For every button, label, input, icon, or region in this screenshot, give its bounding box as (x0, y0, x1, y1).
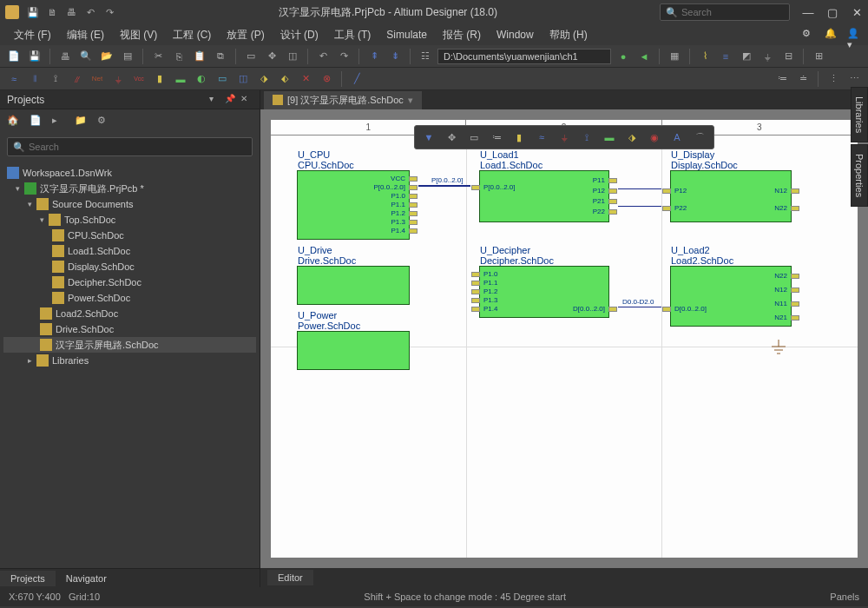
schematic-canvas[interactable]: 1 2 3 U_CPUCPU.SchDoc VCC P[0.0..2.0] P1… (271, 120, 858, 558)
save-all-icon[interactable]: 🗎 (45, 5, 59, 19)
select-rect-icon[interactable]: ▭ (242, 48, 260, 65)
panel-close-icon[interactable]: ✕ (240, 94, 253, 106)
deselect-icon[interactable]: ◫ (284, 48, 301, 65)
block-drive[interactable]: U_DriveDrive.SchDoc (297, 266, 410, 305)
go-icon[interactable]: ● (615, 48, 632, 65)
vcc-power-icon[interactable]: Vcc (130, 70, 148, 88)
text-icon[interactable]: A (668, 129, 686, 146)
compile-icon[interactable]: ▸ (52, 115, 66, 129)
tab-projects[interactable]: Projects (0, 571, 56, 586)
tree-doc[interactable]: Drive.SchDoc (3, 321, 256, 337)
panel-dropdown-icon[interactable]: ▾ (209, 94, 221, 106)
undo-icon[interactable]: ↶ (314, 48, 332, 65)
close-button[interactable]: ✕ (851, 6, 863, 18)
menu-window[interactable]: Window (490, 26, 541, 43)
distribute-h-icon[interactable]: ⋯ (845, 70, 863, 88)
line-tool-icon[interactable]: ╱ (348, 70, 365, 88)
sheet-entry-icon[interactable]: ◐ (193, 70, 210, 88)
block-cpu[interactable]: U_CPUCPU.SchDoc VCC P[0.0..2.0] P1.0 P1.… (297, 170, 410, 240)
browse-icon[interactable]: ☷ (417, 48, 434, 65)
save-icon[interactable]: 💾 (26, 5, 40, 19)
part-icon[interactable]: ▮ (151, 70, 168, 88)
projects-search-input[interactable] (29, 142, 247, 152)
block-display[interactable]: U_DisplayDisplay.SchDoc P12 P22 N12 N22 (670, 170, 792, 222)
tree-libraries[interactable]: ▸Libraries (3, 353, 256, 368)
minimize-button[interactable]: — (802, 6, 814, 18)
menu-help[interactable]: 帮助 (H) (542, 25, 595, 45)
global-search[interactable]: 🔍 (660, 3, 790, 21)
tree-source-folder[interactable]: ▾Source Documents (3, 196, 256, 212)
align-tool-icon[interactable]: ≔ (488, 129, 505, 146)
netlabel-icon[interactable]: ⊟ (779, 48, 797, 65)
selection-icon[interactable]: ▭ (465, 129, 483, 146)
align-center-icon[interactable]: ≐ (794, 70, 812, 88)
off-sheet-icon[interactable]: ⬖ (276, 70, 293, 88)
path-box[interactable]: D:\Documents\yuanwenjian\ch1 (437, 49, 611, 64)
wire-tool-icon[interactable]: ≈ (5, 70, 23, 88)
menu-view[interactable]: 视图 (V) (113, 25, 164, 45)
gnd-tool-icon[interactable]: ⏚ (556, 129, 573, 146)
port-tool-icon[interactable]: ⟟ (578, 129, 595, 146)
block-load2[interactable]: U_Load2Load2.SchDoc D[0.0..2.0] N22 N12 … (670, 266, 792, 327)
print-icon[interactable]: 🖶 (64, 5, 78, 19)
doc-icon[interactable]: 📄 (30, 115, 43, 129)
folder-icon[interactable]: 📁 (75, 115, 89, 129)
harness-icon[interactable]: ◫ (234, 70, 252, 88)
device-sheet-icon[interactable]: ▭ (214, 70, 231, 88)
menu-edit[interactable]: 编辑 (E) (60, 25, 111, 45)
tree-doc[interactable]: Display.SchDoc (3, 259, 256, 274)
redo-icon[interactable]: ↷ (102, 5, 116, 19)
tree-doc[interactable]: Power.SchDoc (3, 290, 256, 306)
net-label-icon[interactable]: Net (89, 70, 106, 88)
rubber-stamp-icon[interactable]: ⧉ (212, 48, 229, 65)
menu-file[interactable]: 文件 (F) (7, 25, 58, 45)
copy-icon[interactable]: ⎘ (170, 48, 187, 65)
align-left-icon[interactable]: ≔ (773, 70, 791, 88)
notification-icon[interactable]: 🔔 (825, 28, 838, 42)
save-icon[interactable]: 💾 (26, 48, 43, 65)
arc-icon[interactable]: ⌒ (691, 129, 708, 146)
wire-tool-icon[interactable]: ≈ (533, 129, 550, 146)
part-tool-icon[interactable]: ▮ (510, 129, 528, 146)
home-icon[interactable]: 🏠 (7, 115, 21, 129)
side-tab-libraries[interactable]: Libraries (851, 87, 868, 142)
distribute-icon[interactable]: ⋮ (825, 70, 842, 88)
redo-icon[interactable]: ↷ (335, 48, 352, 65)
tree-doc[interactable]: Load1.SchDoc (3, 243, 256, 259)
new-icon[interactable]: 📄 (5, 48, 23, 65)
side-tab-properties[interactable]: Properties (851, 144, 868, 207)
hierarchy-down-icon[interactable]: ⇟ (386, 48, 404, 65)
filter-icon[interactable]: ▼ (420, 129, 437, 146)
tree-project[interactable]: ▾汉字显示屏电路.PrjPcb * (3, 181, 256, 196)
projects-search[interactable]: 🔍 (7, 137, 253, 156)
tree-workspace[interactable]: Workspace1.DsnWrk (3, 165, 256, 181)
bus-icon[interactable]: ≡ (717, 48, 734, 65)
grid-icon[interactable]: ⊞ (810, 48, 827, 65)
open-icon[interactable]: 📂 (98, 48, 115, 65)
maximize-button[interactable]: ▢ (826, 6, 838, 18)
bus-tool-icon[interactable]: ⫴ (26, 70, 43, 88)
probe-icon[interactable]: ◉ (646, 129, 663, 146)
move-icon[interactable]: ✥ (263, 48, 280, 65)
settings-icon[interactable]: ⚙ (802, 28, 816, 42)
doc-tab-dropdown-icon[interactable]: ▾ (408, 95, 413, 106)
bus-entry-icon[interactable]: ⫽ (68, 70, 85, 88)
component-icon[interactable]: ◩ (738, 48, 755, 65)
panel-pin-icon[interactable]: 📌 (225, 94, 237, 106)
gnd-power-icon[interactable]: ⏚ (109, 70, 127, 88)
block-load1[interactable]: U_Load1Load1.SchDoc P[0.0..2.0] P11 P12 … (479, 170, 609, 222)
tree-top-doc[interactable]: ▾Top.SchDoc (3, 212, 256, 228)
panels-button[interactable]: Panels (830, 591, 859, 602)
menu-design[interactable]: 设计 (D) (273, 25, 326, 45)
no-erc-icon[interactable]: ✕ (297, 70, 314, 88)
search-input[interactable] (681, 7, 784, 17)
tab-editor[interactable]: Editor (267, 570, 313, 585)
hierarchy-up-icon[interactable]: ⇞ (365, 48, 383, 65)
doc-tab-active[interactable]: [9] 汉字显示屏电路.SchDoc ▾ (264, 91, 422, 109)
sheet-tool-icon[interactable]: ▬ (601, 129, 618, 146)
hierarchy-icon[interactable]: ▤ (119, 48, 136, 65)
menu-place[interactable]: 放置 (P) (220, 25, 271, 45)
tree-doc-selected[interactable]: 汉字显示屏电路.SchDoc (3, 337, 256, 353)
signal-harness-icon[interactable]: ⟟ (47, 70, 64, 88)
tab-navigator[interactable]: Navigator (56, 571, 117, 586)
